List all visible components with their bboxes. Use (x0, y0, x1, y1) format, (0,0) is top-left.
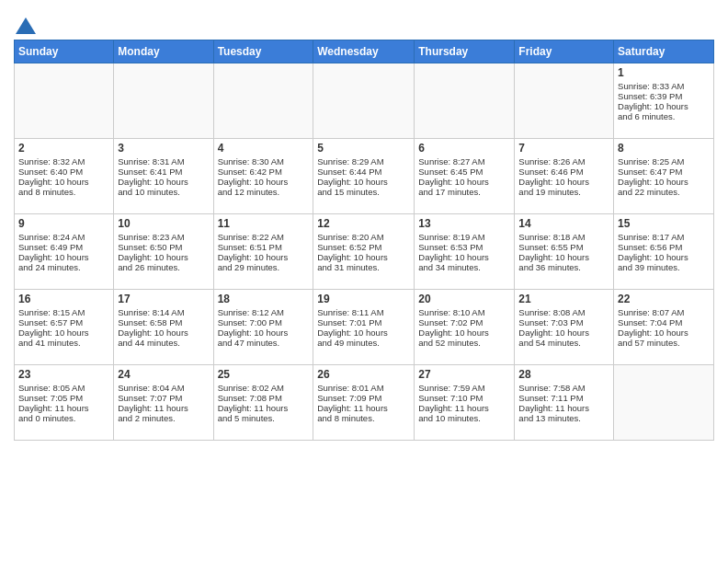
weekday-header-tuesday: Tuesday (213, 40, 313, 63)
day-info: and 8 minutes. (317, 413, 410, 423)
day-info: Sunrise: 8:15 AM (18, 307, 109, 317)
day-number: 12 (317, 217, 410, 230)
calendar-cell: 19Sunrise: 8:11 AMSunset: 7:01 PMDayligh… (313, 289, 415, 364)
day-info: Sunset: 6:55 PM (518, 242, 609, 252)
day-number: 24 (118, 368, 209, 381)
calendar-cell: 13Sunrise: 8:19 AMSunset: 6:53 PMDayligh… (415, 213, 515, 289)
day-info: Sunset: 6:57 PM (18, 317, 109, 327)
day-info: Sunset: 6:49 PM (18, 242, 109, 252)
svg-marker-0 (16, 17, 36, 34)
day-info: Sunset: 7:02 PM (418, 317, 510, 327)
day-info: Sunrise: 8:17 AM (618, 232, 710, 242)
day-info: and 26 minutes. (118, 262, 209, 272)
day-info: Sunrise: 8:02 AM (218, 383, 310, 393)
calendar-cell: 7Sunrise: 8:26 AMSunset: 6:46 PMDaylight… (515, 138, 614, 213)
weekday-header-saturday: Saturday (614, 40, 714, 63)
calendar-cell: 28Sunrise: 7:58 AMSunset: 7:11 PMDayligh… (515, 364, 614, 440)
day-info: and 5 minutes. (218, 413, 310, 423)
day-info: and 8 minutes. (18, 187, 109, 197)
day-number: 6 (418, 142, 510, 155)
day-info: Daylight: 11 hours (418, 403, 510, 413)
day-info: and 15 minutes. (317, 187, 410, 197)
day-number: 14 (518, 217, 609, 230)
day-info: Sunset: 6:51 PM (218, 242, 310, 252)
day-info: Sunset: 6:45 PM (418, 167, 510, 177)
day-info: Sunrise: 8:07 AM (618, 307, 710, 317)
calendar-cell (415, 63, 515, 138)
day-info: Sunrise: 8:05 AM (18, 383, 109, 393)
day-info: and 2 minutes. (118, 413, 209, 423)
day-info: Sunset: 7:00 PM (218, 317, 310, 327)
day-info: Daylight: 10 hours (518, 177, 609, 187)
day-info: and 12 minutes. (218, 187, 310, 197)
calendar-cell: 21Sunrise: 8:08 AMSunset: 7:03 PMDayligh… (515, 289, 614, 364)
day-info: Sunrise: 8:19 AM (418, 232, 510, 242)
calendar-cell: 18Sunrise: 8:12 AMSunset: 7:00 PMDayligh… (213, 289, 313, 364)
day-info: Sunrise: 8:20 AM (317, 232, 410, 242)
day-info: and 29 minutes. (218, 262, 310, 272)
day-info: Daylight: 10 hours (317, 252, 410, 262)
day-number: 11 (218, 217, 310, 230)
calendar-cell: 15Sunrise: 8:17 AMSunset: 6:56 PMDayligh… (614, 213, 714, 289)
calendar-cell: 23Sunrise: 8:05 AMSunset: 7:05 PMDayligh… (15, 364, 114, 440)
day-number: 25 (218, 368, 310, 381)
day-info: Sunrise: 8:25 AM (618, 156, 710, 167)
calendar-week-4: 16Sunrise: 8:15 AMSunset: 6:57 PMDayligh… (15, 289, 714, 364)
day-number: 10 (118, 217, 209, 230)
day-info: Sunrise: 7:59 AM (418, 383, 510, 393)
day-info: and 10 minutes. (418, 413, 510, 423)
day-info: Daylight: 10 hours (218, 327, 310, 338)
day-number: 27 (418, 368, 510, 381)
day-number: 18 (218, 293, 310, 305)
day-info: Sunrise: 8:29 AM (317, 156, 410, 167)
day-info: and 47 minutes. (218, 338, 310, 348)
day-info: Sunset: 7:03 PM (518, 317, 609, 327)
day-info: Sunrise: 8:01 AM (317, 383, 410, 393)
calendar-cell (15, 63, 114, 138)
logo-icon (16, 17, 36, 34)
day-number: 2 (18, 142, 109, 155)
day-number: 4 (218, 142, 310, 155)
day-info: Sunset: 6:39 PM (618, 91, 710, 101)
day-number: 22 (618, 293, 710, 305)
day-info: and 6 minutes. (618, 111, 710, 121)
day-info: Daylight: 10 hours (418, 177, 510, 187)
header (14, 9, 714, 34)
day-info: Sunset: 6:40 PM (18, 167, 109, 177)
calendar-cell (114, 63, 213, 138)
day-info: Sunset: 7:09 PM (317, 393, 410, 403)
day-number: 8 (618, 142, 710, 155)
weekday-header-row: SundayMondayTuesdayWednesdayThursdayFrid… (15, 40, 714, 63)
day-info: Sunrise: 8:12 AM (218, 307, 310, 317)
day-info: and 10 minutes. (118, 187, 209, 197)
day-info: Sunset: 6:46 PM (518, 167, 609, 177)
day-info: and 52 minutes. (418, 338, 510, 348)
calendar-cell (515, 63, 614, 138)
day-info: Daylight: 10 hours (518, 252, 609, 262)
calendar-cell: 6Sunrise: 8:27 AMSunset: 6:45 PMDaylight… (415, 138, 515, 213)
calendar-cell: 20Sunrise: 8:10 AMSunset: 7:02 PMDayligh… (415, 289, 515, 364)
day-info: Daylight: 10 hours (18, 327, 109, 338)
calendar-cell: 2Sunrise: 8:32 AMSunset: 6:40 PMDaylight… (15, 138, 114, 213)
day-info: and 19 minutes. (518, 187, 609, 197)
day-number: 7 (518, 142, 609, 155)
calendar-cell: 3Sunrise: 8:31 AMSunset: 6:41 PMDaylight… (114, 138, 213, 213)
day-number: 28 (518, 368, 609, 381)
day-info: Sunrise: 8:24 AM (18, 232, 109, 242)
calendar-cell: 9Sunrise: 8:24 AMSunset: 6:49 PMDaylight… (15, 213, 114, 289)
calendar-cell: 27Sunrise: 7:59 AMSunset: 7:10 PMDayligh… (415, 364, 515, 440)
day-info: and 36 minutes. (518, 262, 609, 272)
day-info: Sunrise: 8:26 AM (518, 156, 609, 167)
day-info: Daylight: 10 hours (218, 177, 310, 187)
calendar-week-1: 1Sunrise: 8:33 AMSunset: 6:39 PMDaylight… (15, 63, 714, 138)
calendar-cell: 11Sunrise: 8:22 AMSunset: 6:51 PMDayligh… (213, 213, 313, 289)
day-info: Sunrise: 8:30 AM (218, 156, 310, 167)
day-number: 17 (118, 293, 209, 305)
day-info: Daylight: 10 hours (317, 177, 410, 187)
day-info: and 24 minutes. (18, 262, 109, 272)
day-info: Daylight: 10 hours (618, 177, 710, 187)
day-info: Daylight: 10 hours (18, 177, 109, 187)
day-number: 19 (317, 293, 410, 305)
day-info: and 0 minutes. (18, 413, 109, 423)
day-info: Sunset: 6:56 PM (618, 242, 710, 252)
